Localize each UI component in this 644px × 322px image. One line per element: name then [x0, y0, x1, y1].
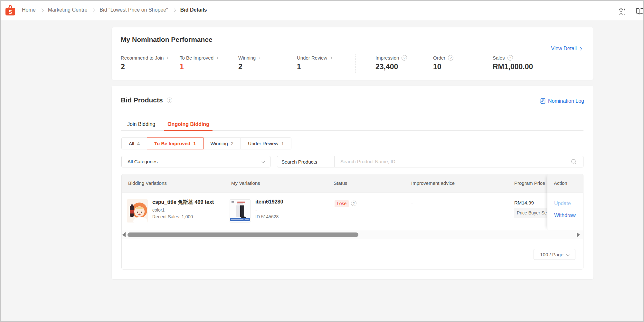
filter-under-review[interactable]: Under Review 1 [241, 137, 291, 149]
metric-sales: Sales? RM1,000.00 [493, 55, 533, 71]
metric-impression: Impression? 23,400 [375, 55, 407, 71]
stat-label: To Be Improved [180, 55, 213, 61]
chevron-right-icon [329, 56, 332, 59]
category-select-value: All Categories [128, 156, 157, 167]
log-icon [540, 98, 546, 104]
stat-to-be-improved[interactable]: To Be Improved 1 [180, 55, 218, 71]
filter-count: 4 [137, 141, 140, 146]
breadcrumb: Home Marketing Centre Bid "Lowest Price … [22, 0, 207, 20]
nomination-log-label: Nomination Log [548, 98, 584, 104]
category-select[interactable]: All Categories [121, 156, 270, 167]
apps-grid-icon[interactable] [619, 8, 625, 14]
filter-count: 1 [193, 141, 196, 146]
scrollbar-thumb[interactable] [128, 232, 358, 237]
nomination-log-link[interactable]: Nomination Log [540, 98, 584, 104]
metric-value: 23,400 [375, 62, 407, 71]
search-type-label[interactable]: Search Products [277, 156, 335, 167]
scroll-left-icon[interactable] [122, 232, 126, 237]
search-input[interactable]: Search Product Name, ID [340, 156, 395, 167]
metric-value: RM1,000.00 [493, 62, 533, 71]
bidding-product-image[interactable] [127, 199, 148, 223]
stat-value: 1 [297, 62, 332, 71]
tab-ongoing-bidding[interactable]: Ongoing Bidding [164, 118, 213, 130]
stat-label: Under Review [297, 55, 327, 61]
chevron-right-icon [166, 56, 168, 59]
filter-label: To Be Improved [154, 141, 190, 146]
stat-label: Recommend to Join [121, 55, 164, 61]
view-detail-link[interactable]: View Detail [551, 46, 582, 52]
search-icon[interactable] [571, 159, 577, 165]
breadcrumb-home[interactable]: Home [22, 7, 36, 13]
bid-products-title: Bid Products [121, 96, 163, 104]
my-product-image[interactable] [230, 199, 251, 223]
svg-text:S: S [8, 9, 12, 15]
page-size-select[interactable]: 100 / Page [534, 249, 575, 260]
chevron-down-icon [566, 253, 569, 256]
bidding-product-title[interactable]: cspu_title 兔斯基 499 text [152, 199, 214, 206]
metric-label: Order [433, 55, 445, 61]
topbar: S Home Marketing Centre Bid "Lowest Pric… [0, 0, 644, 20]
filter-to-be-improved[interactable]: To Be Improved 1 [147, 137, 204, 149]
stat-value: 1 [180, 62, 218, 71]
bidding-product-variation: color1 [152, 207, 165, 213]
stat-under-review[interactable]: Under Review 1 [297, 55, 332, 71]
stat-recommend-to-join[interactable]: Recommend to Join 2 [121, 55, 168, 71]
performance-title: My Nomination Performance [121, 36, 213, 43]
program-price: RM14.99 [514, 200, 534, 205]
withdraw-link[interactable]: Withdraw [554, 213, 576, 218]
breadcrumb-bid[interactable]: Bid "Lowest Price on Shopee" [99, 7, 168, 13]
chevron-right-icon [579, 47, 582, 50]
help-icon[interactable]: ? [167, 98, 172, 103]
my-product-variation: - [255, 207, 257, 213]
chevron-down-icon [262, 160, 265, 163]
col-my-variations: My Variations [231, 174, 260, 192]
col-program-price: Program Price [514, 174, 545, 192]
horizontal-scrollbar [122, 230, 583, 239]
filter-winning[interactable]: Winning 2 [203, 137, 241, 149]
col-action: Action [547, 174, 583, 193]
metric-order: Order? 10 [433, 55, 453, 71]
stat-label: Winning [238, 55, 256, 61]
metric-label: Sales [493, 55, 505, 61]
page: S Home Marketing Centre Bid "Lowest Pric… [0, 0, 644, 322]
stat-winning[interactable]: Winning 2 [238, 55, 260, 71]
filter-count: 1 [281, 141, 284, 146]
my-product-title[interactable]: item619280 [255, 199, 283, 205]
my-product-id: ID 5145628 [255, 214, 279, 219]
chevron-right-icon [172, 8, 176, 12]
chevron-right-icon [92, 8, 95, 12]
metric-label: Impression [375, 55, 399, 61]
search-group: Search Products Search Product Name, ID [277, 156, 583, 167]
filter-label: All [129, 141, 134, 146]
tab-join-bidding[interactable]: Join Bidding [124, 118, 158, 130]
col-improvement-advice: Improvement advice [411, 174, 455, 192]
filter-all[interactable]: All 4 [121, 137, 147, 149]
products-table-panel: Bidding Variations My Variations Status … [121, 174, 583, 270]
improvement-advice: - [411, 200, 413, 205]
filter-label: Winning [211, 141, 228, 146]
help-icon[interactable]: ? [448, 55, 453, 61]
stats-divider [355, 54, 356, 73]
bidding-product-sales: Recent Sales: 1,000 [152, 214, 193, 219]
scroll-right-icon[interactable] [577, 232, 580, 237]
tabbar: Join Bidding Ongoing Bidding [121, 118, 583, 131]
table-row: cspu_title 兔斯基 499 text color1 Recent Sa… [122, 193, 583, 230]
action-column: Action Update Withdraw [547, 174, 583, 230]
help-icon[interactable]: ? [402, 55, 407, 61]
col-status: Status [334, 174, 347, 192]
page-size-value: 100 / Page [540, 252, 564, 257]
filter-row: All Categories Search Products Search Pr… [121, 156, 583, 167]
breadcrumb-bid-details: Bid Details [180, 7, 207, 13]
shopee-logo-icon[interactable]: S [5, 4, 15, 15]
help-icon[interactable]: ? [507, 55, 513, 61]
bid-products-card: Bid Products ? Nomination Log Join Biddi… [112, 86, 593, 279]
col-bidding-variations: Bidding Variations [128, 174, 167, 192]
status-badge: Lose [335, 200, 349, 207]
breadcrumb-marketing-centre[interactable]: Marketing Centre [48, 7, 88, 13]
help-icon[interactable]: ? [351, 201, 356, 206]
nomination-performance-card: My Nomination Performance View Detail Re… [112, 27, 593, 80]
open-book-icon[interactable] [636, 8, 644, 15]
update-link[interactable]: Update [554, 201, 571, 206]
status-filter-group: All 4 To Be Improved 1 Winning 2 Under R… [121, 137, 291, 149]
filter-label: Under Review [248, 141, 278, 146]
